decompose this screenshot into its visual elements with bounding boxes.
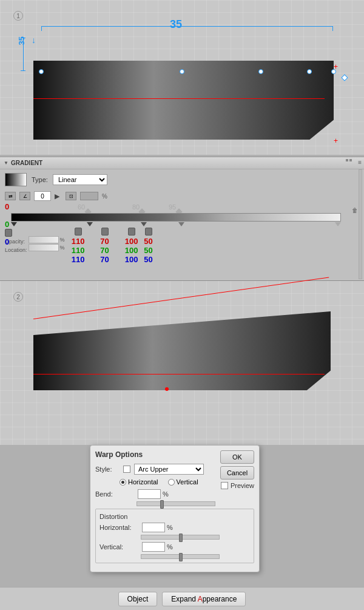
red-guide-line-1 [33,98,325,99]
horizontal-radio[interactable]: Horizontal [120,478,158,486]
stop2-b: 70 [100,255,109,264]
warp-options-dialog: Warp Options Style: Arc Upper Arc Arc Lo… [90,445,260,572]
section1-number: 1 [13,11,23,21]
vert-distort-label: Vertical: [99,543,142,551]
stop-handle-1[interactable] [87,222,93,226]
horiz-distort-input[interactable]: 0 [142,523,165,532]
stop3-r: 100 [125,237,138,246]
horiz-distort-row: Horizontal: 0 % [99,523,250,532]
stop3-b: 100 [125,255,138,264]
opacity-slider[interactable] [29,236,59,243]
reverse-icon[interactable]: ⇄ [5,192,16,200]
stop4-r: 50 [144,237,152,246]
gradient-color-bar[interactable] [11,213,341,222]
bend-slider-thumb[interactable] [160,500,164,509]
preview-row: Preview [221,482,254,489]
horizontal-radio-circle[interactable] [120,479,126,486]
stop4-g: 50 [144,246,152,255]
expand-appearance-button[interactable]: Expand Appearance [162,592,246,606]
gradient-shape-2 [33,311,331,390]
horizontal-label: Horizontal [128,478,158,486]
preview-label: Preview [231,482,254,489]
object-button[interactable]: Object [118,592,158,606]
anchor-point-tl[interactable] [39,69,44,74]
panel-titlebar: ▼ GRADIENT ≡ [0,157,364,169]
warp-diagonal-line [33,277,329,319]
zero-column: 0 0 0 [5,202,9,246]
vert-slider-thumb[interactable] [179,553,183,561]
vert-distort-slider[interactable] [141,554,220,559]
panel-menu-icon[interactable]: ≡ [358,159,362,166]
angle-icon: ∠ [19,192,30,200]
type-select[interactable]: Linear Radial [53,174,107,185]
type-label: Type: [32,176,48,183]
panel-scrollbar[interactable] [359,169,362,279]
stop-handle-4[interactable] [335,222,341,226]
lock-icon-1[interactable] [75,228,82,236]
dim-end-bottom [21,70,25,71]
bend-input[interactable]: -5 [138,489,161,499]
delete-stop-icon[interactable]: 🗑 [352,207,358,214]
bend-slider[interactable] [136,501,215,506]
angle-input[interactable] [34,191,51,201]
stop-label-95: 95 [169,203,176,211]
location-field-label: Location: [5,246,27,254]
gradient-controls-row: ⇄ ∠ ▶ ⊡ % [0,190,364,201]
dim-line-h [41,26,332,27]
panel-scroll-dots [346,159,352,161]
section1-canvas: 1 35 35 ↓ + + [0,0,364,155]
dim-end-top [21,38,25,38]
preview-checkbox[interactable] [221,482,228,489]
opacity-pct: % [60,237,65,243]
section2-number: 2 [13,292,23,302]
location-pct: % [60,245,65,251]
corner-mark-tr: + [334,63,338,71]
gradient-preview-swatch[interactable] [5,173,27,186]
lock-icon-2[interactable] [101,228,109,236]
vert-distort-pct: % [167,543,173,551]
center-point [165,387,169,391]
scale-icon: ⊡ [66,192,76,200]
type-row: Type: Linear Radial [0,169,364,190]
cancel-button[interactable]: Cancel [220,466,254,480]
stop-handle-0[interactable] [11,222,17,226]
stop-handle-3[interactable] [178,222,184,226]
angle-arrow[interactable]: ▶ [55,192,59,200]
vert-distort-input[interactable]: 0 [142,542,165,552]
bottom-toolbar: Object Expand Appearance [0,587,364,610]
col-extra: 50 50 50 [143,228,155,264]
anchor-point-tr2[interactable] [307,69,312,74]
anchor-point-tm2[interactable] [258,69,263,74]
corner-mark-br: + [334,137,338,145]
style-select[interactable]: Arc Upper Arc Arc Lower Arch Bulge [134,464,204,475]
style-checkbox[interactable] [123,466,130,473]
slider-column: % % [29,236,65,251]
dim-end-left [41,26,42,31]
col-r: 110 110 110 [70,228,87,264]
col-b: 100 100 100 [123,228,140,264]
horiz-slider-thumb[interactable] [179,534,183,542]
red-guide-line-2 [33,374,325,374]
lock-icon-4[interactable] [145,228,152,236]
stop-handle-2[interactable] [141,222,147,226]
anchor-square-r[interactable] [341,74,348,81]
collapse-icon[interactable]: ▼ [4,160,8,166]
stop4-b: 50 [144,255,152,264]
opacity-icon [80,192,98,200]
lock-icon-3[interactable] [128,228,135,236]
expand-appearance-label: Expand Appearance [171,595,237,603]
vertical-radio-circle[interactable] [168,479,175,486]
stop1-g: 110 [72,246,85,255]
location-slider[interactable] [29,244,59,251]
horiz-distort-label: Horizontal: [99,524,142,531]
panel-title: GRADIENT [11,160,42,166]
gradient-bar-area: 60 80 95 🗑 [5,203,359,226]
ok-button[interactable]: OK [220,450,254,464]
width-label-35: 35 [170,18,182,31]
horiz-distort-slider[interactable] [141,535,220,540]
color-stops-area: Opacity: Location: % % 110 110 110 70 70 [0,226,364,264]
zero-r: 0 [5,202,9,211]
vertical-radio[interactable]: Vertical [168,478,198,486]
arrow-down: ↓ [32,35,36,45]
anchor-point-tm[interactable] [180,69,184,74]
